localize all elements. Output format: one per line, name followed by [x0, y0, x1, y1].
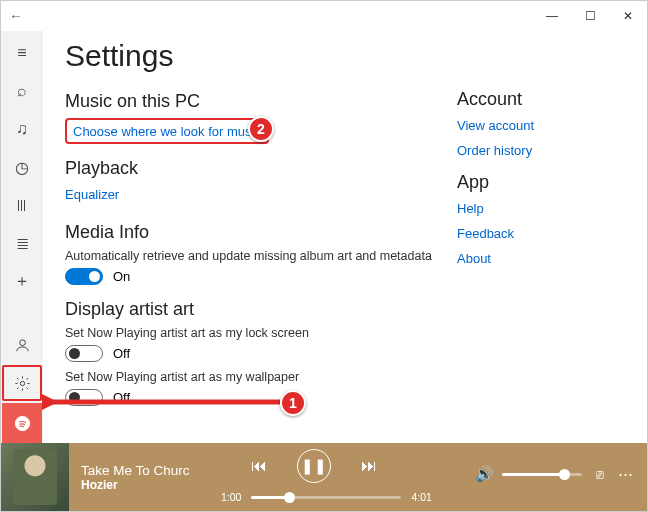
close-button[interactable]: ✕: [609, 9, 647, 23]
svg-point-1: [20, 381, 24, 385]
now-playing-icon[interactable]: ⫼: [2, 187, 42, 223]
account-heading: Account: [457, 89, 627, 110]
order-history-link[interactable]: Order history: [457, 143, 627, 158]
hamburger-icon[interactable]: ≡: [2, 35, 42, 71]
lockscreen-state: Off: [113, 346, 130, 361]
media-info-toggle[interactable]: [65, 268, 103, 285]
svg-point-0: [19, 339, 25, 345]
media-info-desc: Automatically retrieve and update missin…: [65, 249, 447, 263]
settings-main: Settings Music on this PC Choose where w…: [65, 39, 447, 443]
recent-icon[interactable]: ◷: [2, 149, 42, 185]
next-button[interactable]: ⏭: [361, 457, 377, 475]
spotify-icon[interactable]: [2, 403, 42, 443]
progress-slider[interactable]: [251, 496, 401, 499]
app-heading: App: [457, 172, 627, 193]
annotation-callout-2: 2: [248, 116, 274, 142]
lockscreen-toggle[interactable]: [65, 345, 103, 362]
section-artist-heading: Display artist art: [65, 299, 447, 320]
time-elapsed: 1:00: [221, 491, 241, 503]
choose-music-location-link[interactable]: Choose where we look for music: [73, 124, 261, 139]
wallpaper-toggle[interactable]: [65, 389, 103, 406]
time-total: 4:01: [411, 491, 431, 503]
view-account-link[interactable]: View account: [457, 118, 627, 133]
track-title: Take Me To Churc: [81, 463, 201, 478]
track-artist: Hozier: [81, 478, 201, 492]
wallpaper-state: Off: [113, 390, 130, 405]
cast-icon[interactable]: ⎚: [596, 467, 604, 482]
play-pause-button[interactable]: ❚❚: [297, 449, 331, 483]
help-link[interactable]: Help: [457, 201, 627, 216]
volume-slider[interactable]: [502, 473, 582, 476]
maximize-button[interactable]: ☐: [571, 9, 609, 23]
sidebar: ≡ ⌕ ♫ ◷ ⫼ ≣ ＋: [1, 31, 43, 443]
media-info-state: On: [113, 269, 130, 284]
minimize-button[interactable]: —: [533, 9, 571, 23]
back-button[interactable]: ←: [1, 8, 31, 24]
annotation-callout-1: 1: [280, 390, 306, 416]
volume-icon[interactable]: 🔊: [475, 465, 494, 483]
page-title: Settings: [65, 39, 447, 73]
search-icon[interactable]: ⌕: [2, 73, 42, 109]
about-link[interactable]: About: [457, 251, 627, 266]
feedback-link[interactable]: Feedback: [457, 226, 627, 241]
add-icon[interactable]: ＋: [2, 263, 42, 299]
settings-side: Account View account Order history App H…: [447, 39, 627, 443]
music-icon[interactable]: ♫: [2, 111, 42, 147]
player-bar: Take Me To Churc Hozier ⏮ ❚❚ ⏭ 1:00 4:01…: [1, 443, 647, 511]
equalizer-link[interactable]: Equalizer: [65, 187, 119, 202]
account-icon[interactable]: [2, 327, 42, 363]
prev-button[interactable]: ⏮: [251, 457, 267, 475]
lockscreen-desc: Set Now Playing artist art as my lock sc…: [65, 326, 447, 340]
wallpaper-desc: Set Now Playing artist art as my wallpap…: [65, 370, 447, 384]
more-icon[interactable]: ⋯: [618, 465, 633, 483]
album-art[interactable]: [1, 443, 69, 511]
section-playback-heading: Playback: [65, 158, 447, 179]
section-music-heading: Music on this PC: [65, 91, 447, 112]
titlebar: ← — ☐ ✕: [1, 1, 647, 31]
playlists-icon[interactable]: ≣: [2, 225, 42, 261]
section-media-heading: Media Info: [65, 222, 447, 243]
settings-icon[interactable]: [2, 365, 42, 401]
